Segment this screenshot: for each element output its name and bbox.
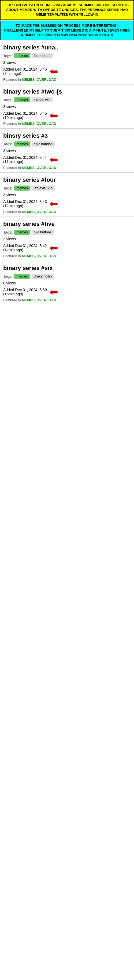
card-title-1[interactable]: binary series #una.. <box>3 44 131 51</box>
views-3: 3 views <box>3 149 131 153</box>
meme-card-5: binary series #five Tags: memestwo butto… <box>0 217 134 261</box>
card-title-5[interactable]: binary series #five <box>3 221 131 228</box>
arrow-icon-6: ⬅ <box>50 287 58 297</box>
tag-secondary-1[interactable]: futurama fr <box>32 53 53 58</box>
added-ago-2: (10min ago) <box>3 116 47 120</box>
views-1: 3 views <box>3 60 131 65</box>
arrow-icon-1: ⬅ <box>50 66 58 76</box>
tags-label-4: Tags: <box>3 186 12 190</box>
added-date-4: Added Dec 31, 2024, 8:43 <box>3 199 47 204</box>
added-ago-3: (11min ago) <box>3 159 47 164</box>
card-title-3[interactable]: binsry series #3 <box>3 132 131 139</box>
tag-secondary-4[interactable]: left exit 12 e <box>32 186 55 191</box>
views-4: 3 views <box>3 193 131 197</box>
views-5: 3 views <box>3 237 131 241</box>
sub-banner: TO MAKE THE SUBMISSION PROCESS MORE INTE… <box>0 21 134 41</box>
arrow-icon-2: ⬅ <box>50 110 58 121</box>
card-title-2[interactable]: binary series #two {s <box>3 88 131 95</box>
tag-primary-4[interactable]: memes <box>14 186 30 191</box>
views-6: 6 views <box>3 281 131 285</box>
meme-card-4: binary series #four Tags: memesleft exit… <box>0 173 134 217</box>
added-date-1: Added Dec 31, 2024, 8:46 <box>3 67 47 72</box>
featured-link-6[interactable]: MEMES_OVERLOAD <box>22 298 56 302</box>
tags-label-3: Tags: <box>3 142 12 146</box>
added-date-5: Added Dec 31, 2024, 8:42 <box>3 243 47 248</box>
featured-row-1: Featured in MEMES_OVERLOAD <box>3 78 131 81</box>
added-ago-1: (9min ago) <box>3 72 47 76</box>
featured-link-2[interactable]: MEMES_OVERLOAD <box>22 122 56 126</box>
tag-secondary-3[interactable]: epic handsh <box>32 142 55 146</box>
added-date-2: Added Dec 31, 2024, 8:45 <box>3 111 47 116</box>
featured-link-5[interactable]: MEMES_OVERLOAD <box>22 254 56 258</box>
featured-row-3: Featured in MEMES_OVERLOAD <box>3 166 131 170</box>
card-title-4[interactable]: binary series #four <box>3 177 131 183</box>
featured-link-3[interactable]: MEMES_OVERLOAD <box>22 166 56 170</box>
added-ago-4: (12min ago) <box>3 204 47 208</box>
tags-label-2: Tags: <box>3 98 12 102</box>
featured-row-6: Featured in MEMES_OVERLOAD <box>3 298 131 302</box>
featured-row-5: Featured in MEMES_OVERLOAD <box>3 254 131 258</box>
arrow-icon-5: ⬅ <box>50 243 58 253</box>
meme-card-3: binsry series #3 Tags: memesepic handsh … <box>0 129 134 173</box>
added-ago-5: (12min ago) <box>3 248 47 252</box>
tag-primary-3[interactable]: memes <box>14 142 30 146</box>
tag-secondary-5[interactable]: two buttons <box>32 230 54 235</box>
views-2: 3 views <box>3 105 131 109</box>
tag-primary-2[interactable]: memes <box>14 97 30 102</box>
tag-secondary-6[interactable]: drake hotlin <box>32 274 54 279</box>
meme-card-1: binary series #una.. Tags: memesfuturama… <box>0 40 134 84</box>
featured-row-4: Featured in MEMES_OVERLOAD <box>3 210 131 214</box>
added-date-3: Added Dec 31, 2024, 8:44 <box>3 155 47 159</box>
tags-label-6: Tags: <box>3 274 12 278</box>
arrow-icon-4: ⬅ <box>50 199 58 209</box>
tag-primary-1[interactable]: memes <box>14 53 30 58</box>
meme-card-6: binary series #six Tags: memesdrake hotl… <box>0 261 134 305</box>
added-ago-6: (16min ago) <box>3 292 47 296</box>
card-title-6[interactable]: binary series #six <box>3 265 131 272</box>
added-date-6: Added Dec 31, 2024, 8:39 <box>3 288 47 292</box>
arrow-icon-3: ⬅ <box>50 154 58 165</box>
tags-label-5: Tags: <box>3 230 12 234</box>
featured-link-1[interactable]: MEMES_OVERLOAD <box>22 78 56 81</box>
tag-primary-6[interactable]: memes <box>14 274 30 279</box>
tag-secondary-2[interactable]: tuxedo win <box>32 97 53 102</box>
featured-link-4[interactable]: MEMES_OVERLOAD <box>22 210 56 214</box>
featured-row-2: Featured in MEMES_OVERLOAD <box>3 122 131 126</box>
top-banner: FOR FUN I'VE BEEN SERIALIZING AI MEME SU… <box>0 0 134 20</box>
meme-card-2: binary series #two {s Tags: memestuxedo … <box>0 84 134 129</box>
tag-primary-5[interactable]: memes <box>14 230 30 235</box>
tags-label-1: Tags: <box>3 54 12 58</box>
